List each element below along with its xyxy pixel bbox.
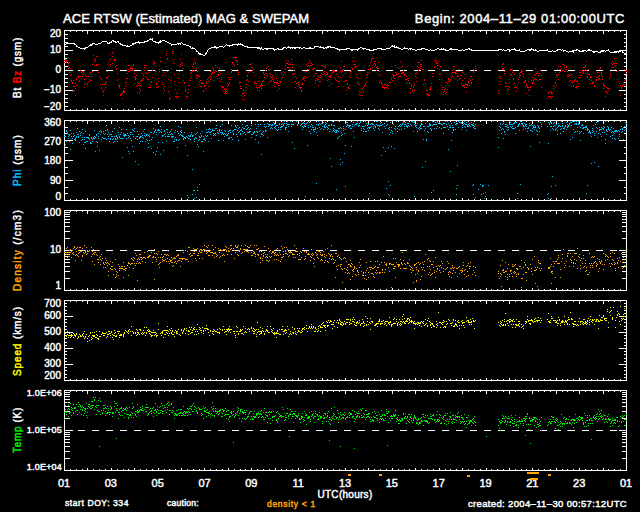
svg-text:caution:: caution:: [167, 498, 199, 508]
svg-text:UTC(hours): UTC(hours): [317, 489, 372, 500]
svg-text:10: 10: [50, 244, 62, 255]
svg-text:05: 05: [152, 477, 164, 489]
svg-text:180: 180: [44, 155, 61, 166]
svg-text:start DOY: 334: start DOY: 334: [65, 498, 129, 508]
svg-text:07: 07: [198, 477, 210, 489]
svg-text:20: 20: [50, 28, 62, 39]
svg-text:400: 400: [44, 342, 61, 353]
svg-text:1: 1: [55, 280, 61, 291]
svg-text:200: 200: [44, 370, 61, 381]
svg-text:Phi (gsm): Phi (gsm): [12, 134, 23, 186]
svg-text:1.0E+04: 1.0E+04: [27, 462, 62, 472]
svg-text:0: 0: [55, 191, 61, 202]
svg-text:300: 300: [44, 358, 61, 369]
svg-text:ACE RTSW (Estimated) MAG & SWE: ACE RTSW (Estimated) MAG & SWEPAM: [63, 11, 309, 26]
svg-text:0: 0: [55, 64, 61, 75]
svg-text:Density (/cm3): Density (/cm3): [12, 209, 23, 291]
svg-text:01: 01: [620, 477, 632, 489]
svg-text:Speed (km/s): Speed (km/s): [12, 306, 23, 376]
svg-text:09: 09: [245, 477, 257, 489]
svg-text:360: 360: [44, 117, 61, 128]
svg-text:03: 03: [105, 477, 117, 489]
svg-text:created: 2004–11–30 00:57:12UT: created: 2004–11–30 00:57:12UTC: [468, 498, 627, 509]
svg-text:−10: −10: [44, 84, 61, 95]
svg-text:−20: −20: [44, 101, 61, 112]
svg-text:Temp (K): Temp (K): [12, 407, 23, 453]
svg-text:1.0E+05: 1.0E+05: [27, 425, 62, 435]
svg-text:700: 700: [44, 298, 61, 309]
svg-text:13: 13: [339, 477, 351, 489]
svg-text:19: 19: [479, 477, 491, 489]
svg-text:270: 270: [44, 136, 61, 147]
svg-text:17: 17: [433, 477, 445, 489]
svg-text:500: 500: [44, 326, 61, 337]
svg-text:23: 23: [573, 477, 585, 489]
svg-text:11: 11: [292, 477, 303, 489]
svg-text:15: 15: [386, 477, 398, 489]
svg-text:600: 600: [44, 310, 61, 321]
svg-text:01: 01: [58, 477, 70, 489]
svg-text:density < 1: density < 1: [267, 499, 316, 509]
svg-text:1.0E+06: 1.0E+06: [27, 388, 62, 398]
svg-text:Begin: 2004–11–29 01:00:00UTC: Begin: 2004–11–29 01:00:00UTC: [415, 11, 625, 26]
svg-text:90: 90: [50, 175, 62, 186]
svg-text:100: 100: [44, 207, 61, 218]
svg-text:Bt Bz (gsm): Bt Bz (gsm): [12, 37, 23, 98]
svg-text:10: 10: [50, 44, 62, 55]
